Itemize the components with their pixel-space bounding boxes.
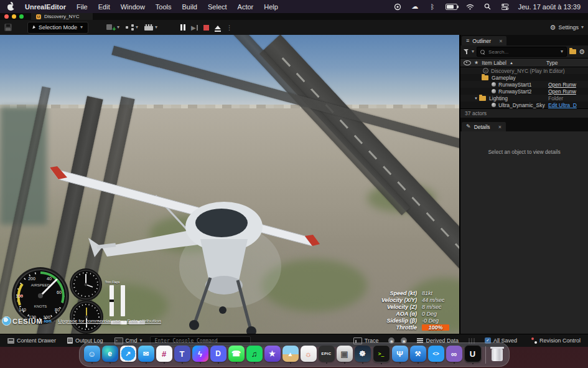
add-actor-button[interactable]: + ▾ <box>106 24 119 31</box>
menu-build[interactable]: Build <box>182 3 197 11</box>
menu-help[interactable]: Help <box>264 3 278 11</box>
save-button[interactable] <box>4 24 12 31</box>
selection-mode-label: Selection Mode <box>39 24 77 31</box>
chevron-down-icon[interactable]: ▾ <box>561 49 563 54</box>
dock-icon-unreal-engine[interactable]: U <box>464 345 482 362</box>
item-label-column[interactable]: Item Label <box>482 60 506 66</box>
dock-icon-messenger[interactable]: ϟ <box>192 346 208 362</box>
dock-icon-steam[interactable]: ☸ <box>355 346 371 362</box>
dock-icon-discord[interactable]: D <box>210 346 226 362</box>
gear-icon[interactable]: ⚙ <box>579 49 585 55</box>
flaps-slider[interactable] <box>121 285 125 316</box>
cesium-logo[interactable]: CESIUM ion <box>2 316 52 326</box>
right-panel: ≡ Outliner × ▾ ▾ ⚙ ★ Item Label <box>460 35 588 334</box>
close-icon[interactable]: × <box>499 38 502 44</box>
spotlight-search-icon[interactable] <box>483 2 492 11</box>
outliner-columns-header: ★ Item Label ▲ Type <box>460 58 588 67</box>
outliner-row-ultra-dynamic-sky[interactable]: Ultra_Dynamic_Sky Edit Ultra_D <box>460 101 588 108</box>
outliner-footer: 37 actors <box>460 108 588 118</box>
revision-control-button[interactable]: Revision Control <box>527 336 584 346</box>
dock-icon-teams[interactable]: T <box>174 346 190 362</box>
eject-button[interactable] <box>215 26 221 29</box>
search-input[interactable] <box>487 49 558 55</box>
details-empty-message: Select an object to view details <box>488 149 560 155</box>
menu-select[interactable]: Select <box>208 3 227 11</box>
cloud-icon[interactable]: ☁ <box>411 2 419 11</box>
favorite-star-icon[interactable]: ★ <box>474 60 478 65</box>
dock-icon-nova[interactable]: ★ <box>264 346 281 362</box>
macos-dock: ☺ e ↗ ✉ # T ϟ D ☎ ♫ ★ ▲ ☼ EPIC ▣ ☸ >_ Ψ … <box>79 342 510 367</box>
open-runway-link[interactable]: Open Runw <box>548 88 587 95</box>
outliner-row-runwaystart2[interactable]: RunwayStart2 Open Runw <box>460 88 588 95</box>
zoom-window-button[interactable] <box>19 14 24 19</box>
dock-icon-edge[interactable]: e <box>102 346 118 362</box>
play-options-dots-icon[interactable]: ⋮ <box>226 24 233 31</box>
outliner-search[interactable]: ▾ <box>477 47 567 57</box>
cinematics-button[interactable]: ▾ <box>144 24 157 31</box>
frame-skip-button[interactable]: ▶ <box>191 24 198 31</box>
outliner-toolbar: ▾ ▾ ⚙ <box>460 45 588 58</box>
minimize-window-button[interactable] <box>12 14 16 19</box>
upgrade-link[interactable]: Upgrade for commercial use <box>58 318 120 324</box>
dock-icon-mail[interactable]: ✉ <box>138 346 154 362</box>
dock-icon-fork[interactable]: Ψ <box>392 346 408 362</box>
level-viewport[interactable]: AIRSPEED KNOTS 200 40 60 80 100 120 140 … <box>0 35 460 334</box>
screen-record-icon[interactable] <box>393 2 402 11</box>
pause-button[interactable] <box>180 24 185 31</box>
level-tab[interactable]: U Discovery_NYC <box>31 13 93 20</box>
dock-icon-spotify[interactable]: ♫ <box>246 346 263 362</box>
bluetooth-icon[interactable]: ᛒ <box>428 2 437 11</box>
close-window-button[interactable] <box>4 14 9 19</box>
dock-icon-epic-games[interactable]: EPIC <box>319 346 335 362</box>
wifi-icon[interactable] <box>466 2 475 11</box>
expander-icon[interactable]: ▼ <box>474 97 479 100</box>
dock-icon-photos[interactable]: ☼ <box>301 346 317 362</box>
apple-menu-icon[interactable] <box>7 2 14 11</box>
stop-button[interactable] <box>203 25 209 31</box>
new-folder-icon[interactable] <box>569 49 576 54</box>
data-attribution-link[interactable]: Data attribution <box>128 318 161 324</box>
visibility-eye-icon[interactable] <box>464 60 471 65</box>
selection-mode-dropdown[interactable]: Selection Mode ▾ <box>27 22 88 34</box>
dock-icon-finder[interactable]: ☺ <box>84 346 100 362</box>
dock-icon-preview[interactable]: ▲ <box>282 346 299 362</box>
hud-value: 81kt <box>422 290 455 296</box>
hud-label: Velocity (X/Y) <box>381 297 417 303</box>
control-center-icon[interactable] <box>501 2 510 11</box>
row-label: Discovery_NYC (Play In Editor) <box>491 68 565 74</box>
outliner-row-lighting[interactable]: ▼ Lighting Folder <box>460 95 588 101</box>
chevron-down-icon[interactable]: ▾ <box>472 49 474 54</box>
elevator-trim-slider[interactable] <box>110 285 114 316</box>
dock-icon-terminal[interactable]: >_ <box>373 345 390 362</box>
dock-icon-trash[interactable] <box>490 346 505 362</box>
type-column[interactable]: Type <box>546 60 585 66</box>
menu-edit[interactable]: Edit <box>98 3 110 11</box>
menu-window[interactable]: Window <box>121 3 145 11</box>
viewport-settings-button[interactable]: ⚙ Settings ▾ <box>550 24 584 31</box>
tab-outliner[interactable]: ≡ Outliner × <box>462 36 506 45</box>
close-icon[interactable]: × <box>498 124 502 130</box>
dock-icon-xcode[interactable]: ⚒ <box>410 346 426 362</box>
outliner-row-gameplay[interactable]: Gameplay <box>460 74 588 81</box>
edit-sky-link[interactable]: Edit Ultra_D <box>548 102 587 108</box>
menu-actor[interactable]: Actor <box>238 3 254 11</box>
menubar-app-name[interactable]: UnrealEditor <box>25 3 66 11</box>
menu-file[interactable]: File <box>77 3 88 11</box>
menu-tools[interactable]: Tools <box>156 3 172 11</box>
content-drawer-button[interactable]: Content Drawer <box>4 336 60 346</box>
outliner-row-runwaystart1[interactable]: RunwayStart1 Open Runw <box>460 81 588 88</box>
open-runway-link[interactable]: Open Runw <box>548 82 587 88</box>
dock-icon-whatsapp[interactable]: ☎ <box>228 346 245 362</box>
dock-icon-safari[interactable]: ↗ <box>120 346 136 362</box>
tab-details[interactable]: ✎ Details × <box>462 122 506 131</box>
dock-icon-launcher-cube[interactable]: ▣ <box>337 346 353 362</box>
dock-icon-slack[interactable]: # <box>156 346 172 362</box>
battery-icon[interactable] <box>446 4 457 10</box>
menubar-clock[interactable]: Jeu. 17 août à 13:39 <box>518 3 581 11</box>
filter-icon[interactable] <box>464 49 469 54</box>
dock-icon-vscode[interactable]: <> <box>428 346 444 362</box>
dock-icon-visual-studio[interactable]: ∞ <box>446 346 462 362</box>
details-tabbar: ✎ Details × <box>460 121 588 131</box>
outliner-row-world[interactable]: U Discovery_NYC (Play In Editor) <box>460 67 588 74</box>
blueprints-button[interactable]: ▾ <box>126 24 138 31</box>
